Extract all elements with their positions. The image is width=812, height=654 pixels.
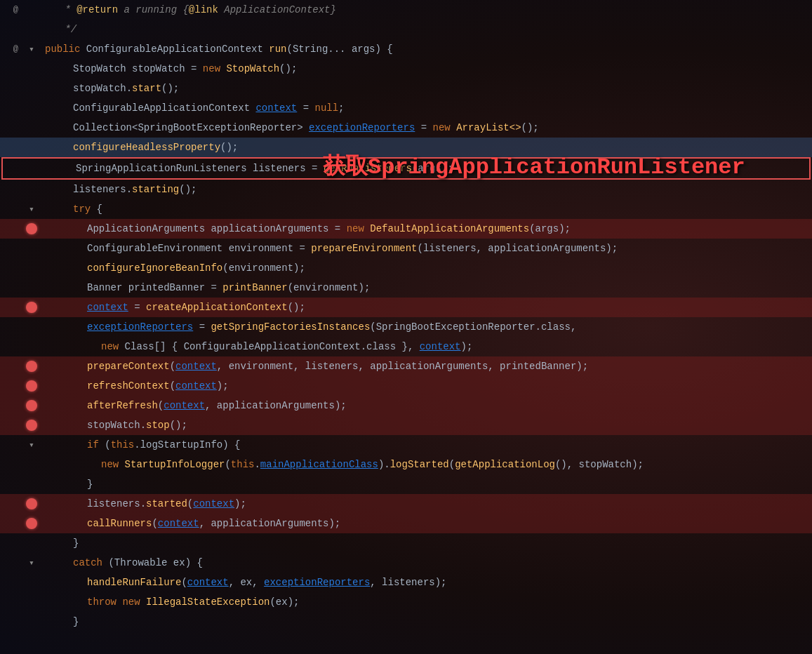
token-plain: (); xyxy=(279,63,297,74)
code-text: exceptionReporters = getSpringFactoriesI… xyxy=(42,318,812,336)
code-line: ConfigurableEnvironment environment = pr… xyxy=(0,239,812,258)
token-ref: context xyxy=(193,498,234,509)
token-var: stopWatch xyxy=(132,63,185,74)
token-fn: starting xyxy=(132,184,179,195)
code-line: handleRunFailure(context, ex, exceptionR… xyxy=(0,573,812,592)
token-plain: = xyxy=(415,122,432,133)
token-plain: (); xyxy=(170,420,187,431)
code-text: listeners.starting(); xyxy=(42,180,812,199)
token-type: Banner xyxy=(87,282,128,293)
code-line: ▾catch (Throwable ex) { xyxy=(0,553,812,573)
token-fn: prepareEnvironment xyxy=(311,243,417,254)
code-line: stopWatch.start(); xyxy=(0,79,812,98)
token-type: ConfigurableApplicationContext xyxy=(86,44,269,55)
token-plain: (); xyxy=(220,142,238,153)
code-text: StopWatch stopWatch = new StopWatch(); xyxy=(42,60,812,78)
code-text: ConfigurableEnvironment environment = pr… xyxy=(42,239,812,258)
token-fn: DefaultApplicationArguments xyxy=(370,223,529,234)
code-text: if (this.logStartupInfo) { xyxy=(42,436,812,454)
token-var: stopWatch xyxy=(87,420,140,431)
token-ref: exceptionReporters xyxy=(87,321,193,333)
code-line: configureIgnoreBeanInfo(environment); xyxy=(0,258,812,278)
token-plain: ( xyxy=(181,577,187,588)
token-ref: exceptionReporters xyxy=(264,577,370,588)
token-plain: = xyxy=(297,102,314,114)
code-line: context = createApplicationContext(); xyxy=(0,298,812,317)
token-kw: new xyxy=(203,63,227,74)
code-line: callRunners(context, applicationArgument… xyxy=(0,514,812,533)
code-text: afterRefresh(context, applicationArgumen… xyxy=(42,396,812,415)
token-var: listeners xyxy=(253,163,306,174)
code-text: public ConfigurableApplicationContext ru… xyxy=(42,40,812,58)
gutter-icon xyxy=(21,518,42,529)
token-type: StopWatch xyxy=(73,63,132,74)
token-plain: [] { xyxy=(154,341,184,352)
code-line: listeners.starting(); xyxy=(0,180,812,199)
token-fn: refreshContext xyxy=(87,380,170,392)
token-fn: start xyxy=(132,83,161,94)
token-kw: new xyxy=(101,459,125,470)
code-line: @▾public ConfigurableApplicationContext … xyxy=(0,39,812,59)
token-plain: } xyxy=(73,616,79,627)
token-type: Class xyxy=(125,341,154,352)
token-ref: context xyxy=(175,361,217,372)
code-text: callRunners(context, applicationArgument… xyxy=(42,514,812,533)
gutter-icon: ▾ xyxy=(21,557,42,568)
gutter-icon xyxy=(21,400,42,411)
code-text: stopWatch.stop(); xyxy=(42,416,812,434)
chinese-annotation: 获取SpringApplicationRunListener xyxy=(323,151,745,182)
token-kw: catch xyxy=(73,557,108,568)
token-kw: this xyxy=(111,439,135,451)
token-cm: a running { xyxy=(118,4,189,15)
code-text: refreshContext(context); xyxy=(42,377,812,395)
code-line: new StartupInfoLogger(this.mainApplicati… xyxy=(0,455,812,474)
token-plain: .class }, xyxy=(361,341,420,352)
gutter-left: @ xyxy=(0,44,21,54)
token-plain: . xyxy=(140,420,146,431)
token-plain: . xyxy=(126,83,132,94)
token-plain: , environment, listeners, applicationArg… xyxy=(217,361,588,372)
token-kw: try xyxy=(73,203,97,215)
gutter-left: @ xyxy=(0,5,21,15)
token-kw: new xyxy=(347,223,371,234)
code-text: } xyxy=(42,613,812,631)
token-kw: public xyxy=(45,44,86,55)
code-text: prepareContext(context, environment, lis… xyxy=(42,357,812,375)
gutter-icon xyxy=(21,223,42,234)
code-line: ApplicationArguments applicationArgument… xyxy=(0,219,812,239)
token-kw: if xyxy=(87,439,105,451)
token-fn: StopWatch xyxy=(226,63,279,74)
breakpoint-dot xyxy=(26,302,37,313)
token-fn: configureIgnoreBeanInfo xyxy=(87,262,222,274)
code-container: 获取SpringApplicationRunListener @ * @retu… xyxy=(0,0,812,654)
code-line: } xyxy=(0,474,812,494)
token-plain: , ex, xyxy=(229,577,264,588)
gutter-icon: ▾ xyxy=(21,203,42,215)
token-plain: , listeners); xyxy=(370,577,446,588)
token-plain: (ex); xyxy=(269,596,299,608)
token-plain: , applicationArguments); xyxy=(199,518,341,529)
token-plain: ( xyxy=(170,361,175,372)
token-plain: (environment); xyxy=(288,282,371,293)
code-text: } xyxy=(42,475,812,493)
token-var: printedBanner xyxy=(128,282,205,293)
token-plain: = xyxy=(205,282,222,293)
token-ref: context xyxy=(175,380,217,392)
token-plain: (args); xyxy=(529,223,571,234)
gutter-icon: ▾ xyxy=(21,44,42,55)
gutter-icon: ▾ xyxy=(21,439,42,451)
token-type: ConfigurableApplicationContext xyxy=(73,102,255,114)
token-tag: @return xyxy=(76,4,118,15)
breakpoint-dot xyxy=(26,420,37,431)
token-plain: ( xyxy=(170,380,175,392)
token-plain: (), stopWatch); xyxy=(555,459,644,470)
token-var: applicationArguments xyxy=(211,223,328,234)
token-ref: context xyxy=(164,400,205,411)
gutter-icon xyxy=(21,361,42,372)
token-fn: started xyxy=(146,498,187,509)
token-plain: = xyxy=(328,223,346,234)
token-kw: null xyxy=(314,102,338,114)
token-plain: ). xyxy=(378,459,390,470)
token-var: environment xyxy=(229,243,293,254)
token-ref: context xyxy=(420,341,461,352)
